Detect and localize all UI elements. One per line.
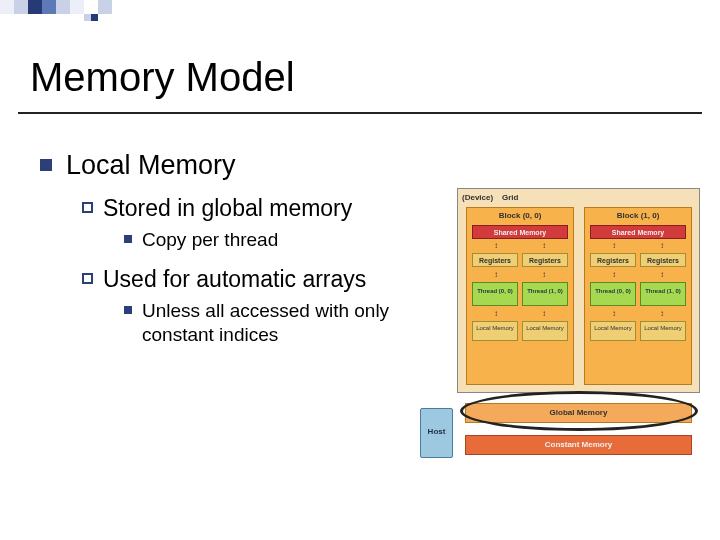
thread-box: Thread (0, 0)	[472, 282, 518, 306]
hollow-square-bullet-icon	[82, 273, 93, 284]
title-underline	[18, 112, 702, 114]
bullet-level-3: Copy per thread	[124, 228, 410, 252]
bullet-text: Local Memory	[66, 150, 236, 181]
bullet-text: Copy per thread	[142, 228, 278, 252]
registers-box: Registers	[640, 253, 686, 267]
constant-memory-box: Constant Memory	[465, 435, 692, 455]
local-memory-box: Local Memory	[590, 321, 636, 341]
local-memory-box: Local Memory	[522, 321, 568, 341]
small-square-bullet-icon	[124, 306, 132, 314]
local-memory-box: Local Memory	[472, 321, 518, 341]
square-bullet-icon	[40, 159, 52, 171]
slide-body: Local Memory Stored in global memory Cop…	[40, 150, 410, 358]
bullet-text: Unless all accessed with only constant i…	[142, 299, 410, 347]
device-grid-box: (Device) Grid Block (0, 0) Shared Memory…	[457, 188, 700, 393]
registers-box: Registers	[472, 253, 518, 267]
bullet-level-2: Used for automatic arrays	[82, 266, 410, 293]
thread-box: Thread (1, 0)	[640, 282, 686, 306]
bullet-text: Stored in global memory	[103, 195, 352, 222]
grid-label: Grid	[502, 193, 518, 202]
host-box: Host	[420, 408, 453, 458]
device-label: (Device)	[462, 193, 493, 202]
block-1-0: Block (1, 0) Shared Memory ↕↕ Registers …	[584, 207, 692, 385]
shared-memory-box: Shared Memory	[472, 225, 568, 239]
slide-title: Memory Model	[30, 55, 295, 100]
bullet-level-3: Unless all accessed with only constant i…	[124, 299, 410, 347]
registers-box: Registers	[522, 253, 568, 267]
thread-box: Thread (0, 0)	[590, 282, 636, 306]
hollow-square-bullet-icon	[82, 202, 93, 213]
memory-model-diagram: (Device) Grid Block (0, 0) Shared Memory…	[420, 188, 702, 468]
global-memory-box: Global Memory	[465, 403, 692, 423]
slide-corner-decoration-small	[84, 14, 98, 21]
bullet-level-2: Stored in global memory	[82, 195, 410, 222]
slide-corner-decoration	[0, 0, 112, 14]
thread-box: Thread (1, 0)	[522, 282, 568, 306]
block-0-0: Block (0, 0) Shared Memory ↕↕ Registers …	[466, 207, 574, 385]
block-label: Block (1, 0)	[585, 208, 691, 223]
bullet-text: Used for automatic arrays	[103, 266, 366, 293]
local-memory-box: Local Memory	[640, 321, 686, 341]
block-label: Block (0, 0)	[467, 208, 573, 223]
bullet-level-1: Local Memory	[40, 150, 410, 181]
shared-memory-box: Shared Memory	[590, 225, 686, 239]
registers-box: Registers	[590, 253, 636, 267]
small-square-bullet-icon	[124, 235, 132, 243]
